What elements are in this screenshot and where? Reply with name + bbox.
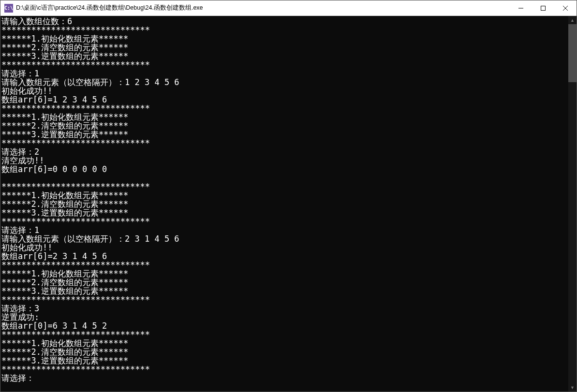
- scroll-down-icon[interactable]: ▼: [568, 383, 577, 392]
- window-controls: [510, 0, 577, 15]
- console-area: 请输入数组位数：6 ******************************…: [0, 16, 577, 392]
- close-button[interactable]: [554, 0, 577, 15]
- maximize-button[interactable]: [532, 0, 554, 15]
- console-output[interactable]: 请输入数组位数：6 ******************************…: [0, 16, 568, 392]
- svg-rect-1: [541, 6, 546, 10]
- minimize-button[interactable]: [510, 0, 532, 15]
- window-titlebar: C:\ D:\桌面\c语言\practice\24.函数创建数组\Debug\2…: [0, 0, 577, 16]
- app-icon: C:\: [4, 4, 13, 13]
- vertical-scrollbar[interactable]: ▲ ▼: [568, 16, 577, 392]
- scroll-up-icon[interactable]: ▲: [568, 16, 577, 24]
- window-title: D:\桌面\c语言\practice\24.函数创建数组\Debug\24.函数…: [16, 4, 510, 12]
- scrollbar-thumb[interactable]: [568, 24, 577, 82]
